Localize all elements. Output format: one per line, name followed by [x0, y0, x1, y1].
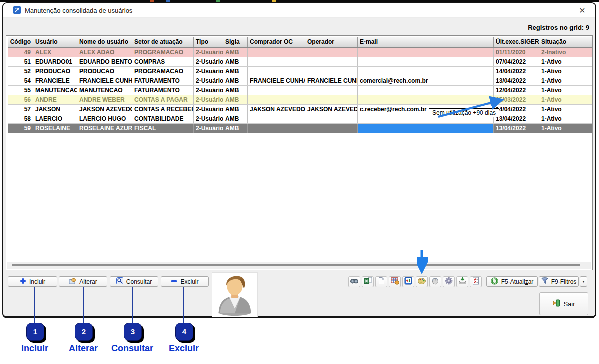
grid-cell[interactable]: 2-Usuário: [194, 86, 224, 95]
column-header[interactable]: Comprador OC: [248, 37, 306, 47]
grid-cell[interactable]: MANUTENCAO: [34, 86, 78, 95]
grid-cell[interactable]: [306, 124, 358, 133]
grid-cell[interactable]: 55: [8, 86, 34, 95]
grid-cell[interactable]: 52: [8, 67, 34, 76]
sair-button[interactable]: Sair: [540, 292, 588, 315]
table-row[interactable]: 52PRODUCAOPRODUCAOPROGRAMACAO2-UsuárioAM…: [8, 67, 592, 76]
scrollbar-thumb[interactable]: [12, 264, 580, 266]
table-row[interactable]: 59ROSELAINEROSELAINE AZURIFISCAL2-Usuári…: [8, 124, 592, 133]
table-row[interactable]: 49ALEXALEX ADAOPROGRAMACAO2-UsuárioAMB01…: [8, 48, 592, 57]
grid-cell[interactable]: 57: [8, 105, 34, 114]
grid-cell[interactable]: CONTAS A RECEBER: [132, 105, 194, 114]
checklist-button[interactable]: [470, 276, 482, 287]
table-row[interactable]: 54FRANCIELEFRANCIELE CUNHAFATURAMENTO2-U…: [8, 76, 592, 86]
column-header[interactable]: Setor de atuação: [132, 37, 194, 47]
grid-cell[interactable]: 1-Ativo: [540, 95, 580, 104]
close-icon[interactable]: ×: [576, 4, 588, 16]
column-header[interactable]: Situação: [540, 37, 580, 47]
grid-cell[interactable]: 07/04/2022: [494, 57, 540, 66]
column-header[interactable]: Código: [8, 37, 34, 47]
alterar-button[interactable]: Alterar: [59, 276, 108, 287]
grid-cell[interactable]: 2-Usuário: [194, 48, 224, 57]
column-header[interactable]: Nome do usuário: [78, 37, 132, 47]
grid-cell[interactable]: [358, 67, 494, 76]
grid-cell[interactable]: 59: [8, 124, 34, 133]
grid-cell[interactable]: FRANCIELE: [34, 76, 78, 85]
grid-cell[interactable]: [248, 67, 306, 76]
column-header[interactable]: Usuário: [34, 37, 78, 47]
palette-button[interactable]: [416, 276, 428, 287]
grid-cell[interactable]: AMB: [224, 95, 248, 104]
grid-cell[interactable]: [306, 57, 358, 66]
grid-cell[interactable]: AMB: [224, 114, 248, 123]
grid-cell[interactable]: FRANCIELE CUNHA: [248, 76, 306, 85]
grid-cell[interactable]: AMB: [224, 76, 248, 85]
column-header[interactable]: E-mail: [358, 37, 494, 47]
grid-cell[interactable]: 2-Usuário: [194, 124, 224, 133]
grid-cell[interactable]: 2-Usuário: [194, 76, 224, 85]
grid-cell[interactable]: CONTABILIDADE: [132, 114, 194, 123]
grid-cell[interactable]: PRODUCAO: [78, 67, 132, 76]
grid-cell[interactable]: AMB: [224, 48, 248, 57]
excel-export-button[interactable]: [362, 276, 374, 287]
sort-button[interactable]: [402, 276, 414, 287]
grid-cell[interactable]: JAKSON AZEVEDO: [248, 105, 306, 114]
grid-cell[interactable]: PROGRAMACAO: [132, 48, 194, 57]
grid-cell[interactable]: 13/04/2022: [494, 76, 540, 85]
grid-cell[interactable]: [248, 124, 306, 133]
grid-cell[interactable]: 01/11/2020: [494, 48, 540, 57]
grid-cell[interactable]: MANUTENCAO: [78, 86, 132, 95]
grid-cell[interactable]: [248, 57, 306, 66]
grid-cell[interactable]: AMB: [224, 105, 248, 114]
grid-cell[interactable]: [306, 114, 358, 123]
grid-cell[interactable]: [248, 95, 306, 104]
column-header[interactable]: Sigla: [224, 37, 248, 47]
grid-cell[interactable]: AMB: [224, 57, 248, 66]
grid-cell[interactable]: comercial@rech.com.br: [358, 76, 494, 85]
grid-cell[interactable]: [358, 124, 494, 133]
f9-filters-button[interactable]: F9-Filtros: [539, 276, 579, 287]
grid-cell[interactable]: [306, 86, 358, 95]
grid-cell[interactable]: FATURAMENTO: [132, 76, 194, 85]
grid-cell[interactable]: 2-Usuário: [194, 95, 224, 104]
incluir-button[interactable]: Incluir: [8, 276, 58, 287]
grid-cell[interactable]: 1-Ativo: [540, 67, 580, 76]
grid-cell[interactable]: 1-Ativo: [540, 114, 580, 123]
grid-cell[interactable]: 1-Ativo: [540, 76, 580, 85]
grid-cell[interactable]: AMB: [224, 86, 248, 95]
filters-dropdown-button[interactable]: ▼: [580, 276, 588, 287]
grid-cell[interactable]: JAKSON AZEVEDO: [306, 105, 358, 114]
document-button[interactable]: [376, 276, 388, 287]
table-row[interactable]: 51EDUARDO01EDUARDO BENTOCOMPRAS2-Usuário…: [8, 57, 592, 67]
grid-cell[interactable]: AMB: [224, 67, 248, 76]
grid-cell[interactable]: ROSELAINE: [34, 124, 78, 133]
column-header[interactable]: Operador: [306, 37, 358, 47]
grid-cell[interactable]: [358, 86, 494, 95]
f5-refresh-button[interactable]: F5-Atualizar: [486, 276, 538, 287]
grid-cell[interactable]: PROGRAMACAO: [132, 67, 194, 76]
grid-cell[interactable]: 1-Ativo: [540, 105, 580, 114]
excluir-button[interactable]: Excluir: [161, 276, 209, 287]
grid-cell[interactable]: [248, 48, 306, 57]
grid-cell[interactable]: JAKSON: [34, 105, 78, 114]
grid-cell[interactable]: EDUARDO01: [34, 57, 78, 66]
grid-cell[interactable]: 2-Usuário: [194, 114, 224, 123]
grid-cell[interactable]: 2-Usuário: [194, 67, 224, 76]
grid-cell[interactable]: 56: [8, 95, 34, 104]
grid-cell[interactable]: [306, 95, 358, 104]
grid-cell[interactable]: FRANCIELE CUNHA: [306, 76, 358, 85]
grid-cell[interactable]: 58: [8, 114, 34, 123]
settings-gear-button[interactable]: [443, 276, 455, 287]
column-header[interactable]: Tipo: [194, 37, 224, 47]
mouse-button[interactable]: [430, 276, 442, 287]
grid-cell[interactable]: 2-Usuário: [194, 57, 224, 66]
import-box-button[interactable]: [456, 276, 468, 287]
grid-cell[interactable]: ALEX ADAO: [78, 48, 132, 57]
grid-cell[interactable]: AMB: [224, 124, 248, 133]
grid-cell[interactable]: [248, 86, 306, 95]
grid-cell[interactable]: PRODUCAO: [34, 67, 78, 76]
grid-cell[interactable]: 49: [8, 48, 34, 57]
grid-cell[interactable]: 1-Ativo: [540, 57, 580, 66]
grid-cell[interactable]: FATURAMENTO: [132, 86, 194, 95]
grid-cell[interactable]: 1-Ativo: [540, 124, 580, 133]
